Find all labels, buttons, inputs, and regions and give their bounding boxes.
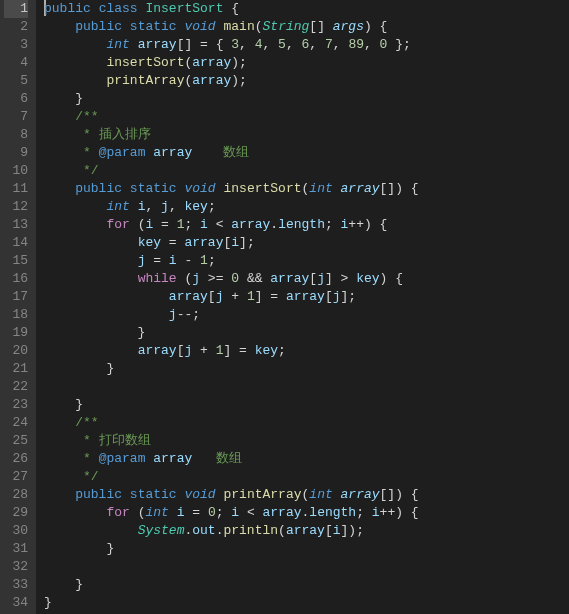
code-line[interactable]: System.out.println(array[i]); (44, 522, 569, 540)
token-var: j (333, 289, 341, 304)
code-line[interactable] (44, 558, 569, 576)
code-line[interactable]: * @param array 数组 (44, 450, 569, 468)
token-pun (130, 37, 138, 52)
token-pun: } (44, 325, 145, 340)
code-area[interactable]: public class InsertSort { public static … (36, 0, 569, 614)
token-pun: ) { (380, 271, 403, 286)
token-kw-i: int (145, 505, 168, 520)
token-pun (44, 451, 83, 466)
token-pun (333, 487, 341, 502)
code-line[interactable]: int array[] = { 3, 4, 5, 6, 7, 89, 0 }; (44, 36, 569, 54)
line-number: 26 (4, 450, 28, 468)
token-pun: ++) { (348, 217, 387, 232)
token-pun (44, 127, 83, 142)
code-line[interactable]: j = i - 1; (44, 252, 569, 270)
code-line[interactable]: */ (44, 468, 569, 486)
token-var: array (263, 505, 302, 520)
token-pun: ); (231, 73, 247, 88)
code-line[interactable]: * 打印数组 (44, 432, 569, 450)
code-line[interactable]: array[j + 1] = key; (44, 342, 569, 360)
line-number: 19 (4, 324, 28, 342)
code-line[interactable] (44, 378, 569, 396)
code-line[interactable]: for (int i = 0; i < array.length; i++) { (44, 504, 569, 522)
code-line[interactable]: } (44, 90, 569, 108)
line-number: 15 (4, 252, 28, 270)
token-fn: insertSort (224, 181, 302, 196)
token-pun (122, 181, 130, 196)
token-kw: static (130, 181, 177, 196)
token-var: array (286, 523, 325, 538)
token-pun: []) { (380, 487, 419, 502)
code-line[interactable]: } (44, 576, 569, 594)
code-line[interactable]: public static void printArray(int array[… (44, 486, 569, 504)
code-line[interactable]: for (i = 1; i < array.length; i++) { (44, 216, 569, 234)
token-cmt: /** (75, 415, 98, 430)
token-pun: >= (200, 271, 231, 286)
line-number: 18 (4, 306, 28, 324)
token-var: key (138, 235, 161, 250)
code-line[interactable]: * 插入排序 (44, 126, 569, 144)
token-pun (333, 181, 341, 196)
code-line[interactable]: /** (44, 108, 569, 126)
line-number: 9 (4, 144, 28, 162)
code-line[interactable]: int i, j, key; (44, 198, 569, 216)
token-cmt: 数组 (192, 451, 241, 466)
token-pun: ); (231, 55, 247, 70)
code-line[interactable]: while (j >= 0 && array[j] > key) { (44, 270, 569, 288)
token-pun: ]); (341, 523, 364, 538)
token-pun (44, 523, 138, 538)
code-line[interactable]: } (44, 594, 569, 612)
token-pun (44, 307, 169, 322)
token-var: key (184, 199, 207, 214)
code-line[interactable]: } (44, 540, 569, 558)
token-kw-i: void (184, 181, 215, 196)
token-kw: public (75, 19, 122, 34)
token-pun: ] = (223, 343, 254, 358)
token-var: length (278, 217, 325, 232)
code-line[interactable]: printArray(array); (44, 72, 569, 90)
token-pun (44, 253, 138, 268)
token-var: j (192, 271, 200, 286)
token-pun (44, 289, 169, 304)
code-line[interactable]: insertSort(array); (44, 54, 569, 72)
token-pk: while (138, 271, 177, 286)
code-line[interactable]: array[j + 1] = array[j]; (44, 288, 569, 306)
token-var-i: array (341, 181, 380, 196)
token-var: array (153, 451, 192, 466)
code-line[interactable]: j--; (44, 306, 569, 324)
token-pun: ; (208, 253, 216, 268)
token-pun (44, 73, 106, 88)
line-number: 30 (4, 522, 28, 540)
code-line[interactable]: } (44, 396, 569, 414)
code-line[interactable]: key = array[i]; (44, 234, 569, 252)
token-var: array (184, 235, 223, 250)
code-line[interactable]: } (44, 360, 569, 378)
token-pun: } (44, 361, 114, 376)
token-pun: + (223, 289, 246, 304)
code-line[interactable]: public static void main(String[] args) { (44, 18, 569, 36)
line-number: 29 (4, 504, 28, 522)
token-var: length (309, 505, 356, 520)
token-pun: ( (177, 271, 193, 286)
token-pun (44, 433, 83, 448)
code-line[interactable]: /** (44, 414, 569, 432)
token-cmt: * (83, 451, 99, 466)
code-line[interactable]: * @param array 数组 (44, 144, 569, 162)
token-pk: for (106, 217, 129, 232)
token-pun (44, 469, 83, 484)
token-num: 5 (278, 37, 286, 52)
code-line[interactable]: public static void insertSort(int array[… (44, 180, 569, 198)
code-editor[interactable]: 1234567891011121314151617181920212223242… (0, 0, 569, 614)
token-pun (44, 271, 138, 286)
code-line[interactable]: public class InsertSort { (44, 0, 569, 18)
code-line[interactable]: } (44, 324, 569, 342)
code-line[interactable]: */ (44, 162, 569, 180)
token-pun (44, 163, 83, 178)
token-pun: ; (216, 505, 232, 520)
token-var: j (161, 199, 169, 214)
token-pun: , (169, 199, 185, 214)
token-pun (44, 55, 106, 70)
token-pun (44, 109, 75, 124)
line-number: 24 (4, 414, 28, 432)
token-pun: ]; (341, 289, 357, 304)
